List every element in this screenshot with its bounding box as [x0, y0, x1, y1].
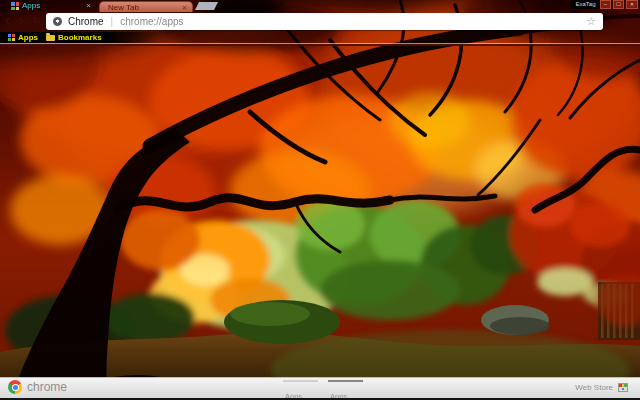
toolbar: ‹ › ↻ Chrome | chrome://apps ☆ [0, 12, 640, 33]
bookmark-label: Bookmarks [58, 33, 102, 42]
page-indicators: Apps Apps [283, 380, 363, 400]
omnibox-site-name: Chrome [68, 16, 104, 27]
apps-grid-icon [11, 2, 19, 10]
app-launcher-bar: chrome Apps Apps Web Store [0, 377, 640, 398]
launcher-page-apps-2[interactable]: Apps [328, 380, 363, 400]
page-indicator-bar [283, 380, 318, 382]
bookmark-item-apps[interactable]: Apps [8, 33, 38, 42]
forward-button[interactable]: › [19, 11, 24, 28]
folder-icon [46, 35, 55, 41]
web-store-label: Web Store [575, 383, 613, 392]
tab-strip: Apps × New Tab × ExaTag – □ × [0, 0, 640, 12]
toolbar-separator-red [0, 44, 640, 46]
bookmark-item-bookmarks[interactable]: Bookmarks [46, 33, 102, 42]
window-controls: – □ × [600, 0, 638, 9]
tab-label: Apps [22, 0, 40, 12]
web-store-icon [618, 383, 628, 392]
bookmark-label: Apps [18, 33, 38, 42]
close-button[interactable]: × [626, 0, 638, 9]
chrome-page-icon [53, 17, 62, 26]
omnibox[interactable]: Chrome | chrome://apps ☆ [46, 13, 603, 30]
tab-apps[interactable]: Apps × [0, 0, 97, 12]
minimize-button[interactable]: – [600, 0, 611, 9]
bookmarks-bar: Apps Bookmarks [0, 32, 640, 43]
chrome-brand: chrome [8, 380, 67, 394]
reload-button[interactable]: ↻ [32, 15, 40, 26]
omnibox-url[interactable]: chrome://apps [120, 16, 183, 27]
apps-grid-icon [8, 34, 15, 41]
new-tab-button[interactable] [195, 2, 218, 10]
web-store-link[interactable]: Web Store [575, 383, 628, 392]
tab-close-icon[interactable]: × [86, 0, 91, 12]
tab-label: New Tab [108, 2, 139, 13]
chrome-theme-preview-window: Apps × New Tab × ExaTag – □ × ‹ › ↻ Chro… [0, 0, 640, 400]
bookmark-star-icon[interactable]: ☆ [586, 16, 596, 27]
launcher-page-apps-1[interactable]: Apps [283, 380, 318, 400]
omnibox-separator: | [111, 16, 114, 27]
profile-badge[interactable]: ExaTag [571, 0, 600, 9]
page-indicator-bar [328, 380, 363, 382]
back-button[interactable]: ‹ [5, 11, 10, 28]
maximize-button[interactable]: □ [613, 0, 624, 9]
autumn-garden-wallpaper [0, 0, 640, 400]
chrome-logo-icon [8, 380, 22, 394]
chrome-brand-label: chrome [27, 380, 67, 394]
tab-new-tab[interactable]: New Tab × [99, 1, 193, 12]
